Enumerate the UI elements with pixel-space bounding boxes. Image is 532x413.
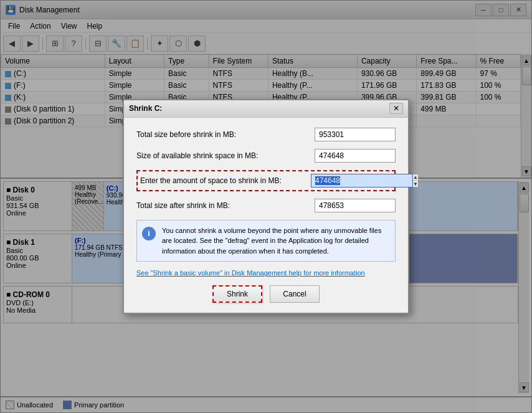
- cancel-button[interactable]: Cancel: [270, 285, 320, 303]
- after-row: Total size after shrink in MB: 478653: [136, 199, 396, 212]
- spin-up-button[interactable]: ▲: [413, 174, 418, 181]
- spin-buttons: ▲ ▼: [413, 174, 419, 188]
- spin-down-button[interactable]: ▼: [413, 181, 418, 187]
- info-box: i You cannot shrink a volume beyond the …: [136, 220, 396, 262]
- dialog-close-button[interactable]: ✕: [389, 103, 403, 114]
- dialog-buttons: Shrink Cancel: [136, 285, 396, 303]
- dialog-content: Total size before shrink in MB: 953301 S…: [124, 118, 408, 313]
- shrink-dialog: Shrink C: ✕ Total size before shrink in …: [123, 99, 409, 315]
- after-value: 478653: [315, 199, 396, 212]
- amount-input[interactable]: 474648: [311, 174, 413, 188]
- amount-label: Enter the amount of space to shrink in M…: [140, 176, 311, 185]
- help-link[interactable]: See "Shrink a basic volume" in Disk Mana…: [136, 269, 396, 277]
- dialog-title: Shrink C:: [129, 104, 389, 113]
- modal-overlay: Shrink C: ✕ Total size before shrink in …: [0, 0, 532, 413]
- total-size-label: Total size before shrink in MB:: [136, 130, 315, 139]
- shrink-button[interactable]: Shrink: [212, 285, 262, 303]
- available-label: Size of available shrink space in MB:: [136, 151, 315, 160]
- dialog-title-bar: Shrink C: ✕: [124, 100, 408, 118]
- amount-row: Enter the amount of space to shrink in M…: [136, 170, 396, 191]
- after-label: Total size after shrink in MB:: [136, 201, 315, 210]
- available-value: 474648: [315, 149, 396, 163]
- total-size-row: Total size before shrink in MB: 953301: [136, 128, 396, 141]
- amount-input-wrap: 474648 ▲ ▼: [311, 174, 392, 188]
- total-size-value: 953301: [315, 128, 396, 141]
- info-text: You cannot shrink a volume beyond the po…: [162, 225, 390, 257]
- available-row: Size of available shrink space in MB: 47…: [136, 149, 396, 163]
- info-icon: i: [142, 227, 156, 240]
